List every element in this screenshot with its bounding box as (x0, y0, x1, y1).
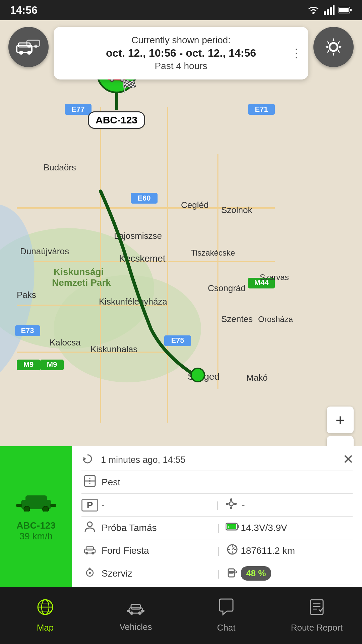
fuel-value: 48 % (241, 566, 353, 581)
separator2: | (214, 523, 224, 533)
svg-rect-67 (50, 504, 56, 507)
vehicle-panel-left: ABC-123 39 km/h (0, 446, 72, 587)
vehicle-panel: ABC-123 39 km/h ✕ 1 minutes ago, 14:55 (0, 446, 362, 587)
separator3: | (214, 545, 224, 556)
svg-rect-4 (333, 5, 335, 15)
svg-point-53 (191, 368, 204, 382)
svg-point-10 (54, 275, 201, 382)
parking-value: - (98, 500, 213, 511)
period-info-card: Currently shown period: oct. 12., 10:56 … (54, 27, 308, 79)
svg-point-65 (43, 506, 49, 512)
vehicle-car-icon (16, 491, 56, 516)
svg-text:Tiszakécske: Tiszakécske (191, 248, 235, 257)
svg-point-77 (87, 522, 92, 527)
svg-rect-3 (330, 7, 332, 15)
svg-point-110 (138, 611, 141, 615)
driver-icon (81, 521, 98, 535)
fuel-percentage: 48 % (246, 568, 266, 579)
timestamp-value: 1 minutes ago, 14:55 (101, 455, 185, 465)
svg-rect-2 (327, 9, 329, 15)
svg-text:Szentes: Szentes (221, 314, 253, 324)
svg-point-0 (312, 12, 314, 14)
status-bar: 14:56 (0, 0, 362, 20)
svg-rect-113 (310, 600, 323, 614)
nav-vehicles[interactable]: Vehicles (90, 587, 181, 644)
svg-rect-111 (127, 610, 130, 612)
svg-text:E77: E77 (71, 105, 84, 113)
map-globe-icon (37, 598, 54, 620)
nav-vehicles-label: Vehicles (120, 622, 152, 632)
timestamp-row: 1 minutes ago, 14:55 (81, 453, 353, 471)
settings-button[interactable] (313, 27, 354, 67)
parking-icon: P (81, 499, 98, 512)
marker-pin (115, 93, 118, 110)
service-icon (81, 566, 98, 581)
nav-chat-label: Chat (217, 623, 236, 633)
parking-gear-row: P - | - (81, 494, 353, 517)
car-model: Ford Fiesta (98, 545, 214, 556)
svg-rect-66 (16, 504, 22, 507)
nav-map-label: Map (37, 623, 54, 633)
driver-name: Próba Tamás (98, 523, 214, 533)
battery-value: 14.3V/3.9V (241, 523, 353, 533)
driver-battery-row: Próba Tamás | + 14.3V/3.9V (81, 517, 353, 539)
svg-rect-74 (230, 506, 232, 509)
svg-marker-68 (83, 457, 86, 461)
zoom-in-button[interactable]: + (327, 407, 354, 433)
svg-text:Makó: Makó (246, 373, 268, 383)
svg-text:M9: M9 (47, 360, 57, 369)
svg-point-109 (130, 611, 133, 615)
separator4: | (214, 568, 224, 579)
fuel-icon (224, 566, 241, 581)
period-sub: Past 4 hours (66, 61, 296, 71)
svg-point-60 (34, 45, 38, 48)
svg-text:Paks: Paks (17, 290, 36, 300)
gear-value: - (240, 500, 353, 511)
gear-icon-panel (223, 498, 240, 512)
svg-text:Nemzeti Park: Nemzeti Park (52, 277, 111, 288)
status-time: 14:56 (10, 4, 38, 16)
road-row: Pest (81, 471, 353, 494)
nav-route-report[interactable]: Route Report (272, 587, 362, 644)
service-label: Szerviz (98, 568, 214, 579)
nav-route-report-label: Route Report (291, 623, 343, 633)
signal-icon (324, 5, 335, 15)
period-title: Currently shown period: (66, 35, 296, 46)
svg-text:Orosháza: Orosháza (258, 315, 293, 324)
svg-text:Dunaújváros: Dunaújváros (20, 246, 69, 256)
svg-point-84 (85, 552, 88, 554)
svg-point-59 (28, 45, 31, 48)
destination-flag: 🏁 (122, 79, 137, 93)
nav-chat[interactable]: Chat (181, 587, 272, 644)
car-odometer-row: Ford Fiesta | 187611.2 km (81, 539, 353, 562)
vehicle-plate-label: ABC-123 (88, 111, 145, 129)
route-report-icon (309, 598, 324, 620)
svg-text:Kiskunsági: Kiskunsági (54, 267, 104, 277)
period-value: oct. 12., 10:56 - oct. 12., 14:56 (66, 47, 296, 59)
svg-text:E71: E71 (255, 105, 268, 113)
battery-panel-icon: + (224, 522, 241, 534)
svg-text:Kiskunfélegyháza: Kiskunfélegyháza (99, 297, 167, 307)
svg-text:M9: M9 (23, 360, 34, 369)
nav-map[interactable]: Map (0, 587, 90, 644)
vehicles-icon (127, 599, 144, 619)
svg-rect-97 (229, 571, 234, 574)
close-panel-button[interactable]: ✕ (343, 451, 354, 467)
gear-icon (322, 35, 345, 59)
svg-rect-6 (350, 9, 352, 11)
svg-point-93 (89, 572, 91, 574)
svg-point-61 (329, 43, 338, 51)
period-menu-button[interactable]: ⋮ (290, 46, 302, 60)
svg-rect-73 (230, 498, 232, 501)
odometer-value: 187611.2 km (241, 545, 353, 556)
svg-point-64 (24, 506, 30, 512)
svg-line-91 (232, 547, 234, 549)
svg-rect-76 (234, 503, 237, 505)
svg-point-85 (92, 552, 94, 554)
svg-point-72 (229, 502, 233, 506)
svg-rect-75 (226, 503, 229, 505)
svg-text:Cegléd: Cegléd (181, 200, 208, 210)
svg-rect-108 (131, 604, 140, 609)
fleet-button[interactable] (8, 27, 49, 67)
fleet-icon (15, 37, 42, 57)
